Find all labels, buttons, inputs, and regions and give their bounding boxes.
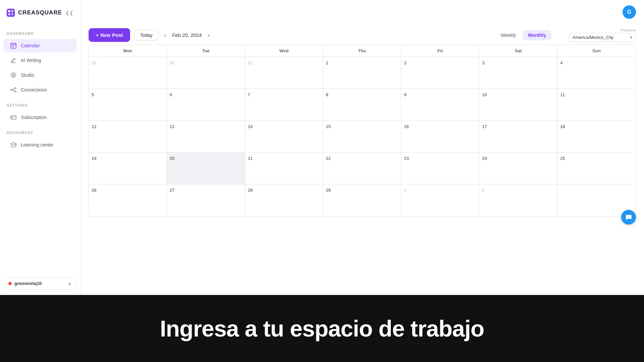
studio-label: Studio [21,72,34,78]
cal-cell-feb3[interactable]: 3 [479,57,557,89]
calendar-week-3: 12 13 14 15 16 17 18 [89,121,636,153]
user-avatar-button[interactable]: G [623,5,636,19]
cal-cell-feb14[interactable]: 14 [245,121,323,153]
cal-cell-feb21[interactable]: 21 [245,153,323,184]
svg-rect-7 [13,46,14,46]
cal-cell-feb8[interactable]: 8 [323,89,401,121]
svg-point-13 [13,75,14,75]
prev-button[interactable]: ‹ [162,31,168,40]
studio-icon [10,72,17,78]
user-status-dot [8,282,12,285]
sidebar-item-connections[interactable]: Connections [3,83,77,97]
svg-rect-6 [12,46,12,46]
svg-point-15 [15,87,16,89]
svg-rect-17 [11,116,16,119]
cal-cell-feb27[interactable]: 27 [167,184,245,216]
svg-rect-4 [11,13,13,15]
cal-cell-feb13[interactable]: 13 [167,121,245,153]
svg-rect-18 [11,118,13,118]
svg-rect-1 [8,10,10,12]
cal-cell-feb1[interactable]: 1 [323,57,401,89]
calendar-header: Mon Tue Wed Thu Fri Sat Sun [89,45,636,57]
cal-cell-feb5[interactable]: 5 [89,89,167,121]
main-content: G + New Post Today ‹ Feb 20, 2024 › Week… [80,0,644,295]
settings-section-label: SETTINGS [0,97,80,110]
header-mon: Mon [89,45,167,57]
timezone-select-container: America/Mexico_City America/New_York Ame… [569,33,636,42]
cal-cell-mar1[interactable]: 1 [401,184,479,216]
calendar-label: Calendar [21,43,40,48]
sidebar-bottom: grooveshq10 ▲ [0,272,80,295]
chat-fab-button[interactable] [621,210,636,225]
sidebar-logo: CREASQUARE ❮❮ [0,0,80,25]
cal-cell-jan31[interactable]: 31 [245,57,323,89]
cal-cell-feb29[interactable]: 29 [323,184,401,216]
sidebar-item-learning-center[interactable]: Learning center [3,138,77,152]
sidebar-item-calendar[interactable]: Calendar [3,39,77,52]
subtitle-text: Ingresa a tu espacio de trabajo [160,315,484,342]
app-name: CREASQUARE [18,9,62,16]
connections-label: Connections [21,87,47,93]
cal-cell-feb15[interactable]: 15 [323,121,401,153]
header-sat: Sat [479,45,557,57]
calendar-grid: Mon Tue Wed Thu Fri Sat Sun 29 30 31 1 2… [89,45,636,217]
svg-rect-0 [7,9,15,17]
calendar-week-5: 26 27 28 29 1 2 [89,184,636,216]
user-chip[interactable]: grooveshq10 ▲ [3,277,77,290]
cal-cell-feb19[interactable]: 19 [89,153,167,184]
cal-cell-feb7[interactable]: 7 [245,89,323,121]
ai-writing-label: AI Writing [21,58,41,63]
learning-center-label: Learning center [21,142,53,147]
cal-cell-feb24[interactable]: 24 [479,153,557,184]
next-button[interactable]: › [206,31,212,40]
date-label: Feb 20, 2024 [172,32,202,38]
cal-cell-feb17[interactable]: 17 [479,121,557,153]
header-fri: Fri [401,45,479,57]
cal-cell-feb10[interactable]: 10 [479,89,557,121]
cal-cell-feb23[interactable]: 23 [401,153,479,184]
monthly-view-button[interactable]: Monthly [523,30,551,40]
today-button[interactable]: Today [134,30,158,41]
subscription-label: Subscription [21,115,47,120]
dashboard-section-label: DASHBOARD [0,25,80,38]
cal-cell-jan30[interactable]: 30 [167,57,245,89]
cal-cell-feb4[interactable]: 4 [557,57,636,89]
cal-cell-feb16[interactable]: 16 [401,121,479,153]
sidebar-item-ai-writing[interactable]: AI Writing [3,54,77,67]
ai-writing-icon [10,57,17,64]
cal-cell-feb25[interactable]: 25 [557,153,636,184]
header-wed: Wed [245,45,323,57]
sidebar-collapse-button[interactable]: ❮❮ [65,10,73,15]
timezone-label: Timezone [620,28,636,32]
cal-cell-feb22[interactable]: 22 [323,153,401,184]
cal-cell-feb18[interactable]: 18 [557,121,636,153]
new-post-button[interactable]: + New Post [89,28,130,42]
header-tue: Tue [167,45,245,57]
timezone-select[interactable]: America/Mexico_City America/New_York Ame… [569,33,636,42]
cal-cell-jan29[interactable]: 29 [89,57,167,89]
calendar-week-4: 19 20 21 22 23 24 25 [89,153,636,184]
cal-cell-feb6[interactable]: 6 [167,89,245,121]
calendar-toolbar: + New Post Today ‹ Feb 20, 2024 › Weekly… [80,24,644,45]
header-thu: Thu [323,45,401,57]
weekly-view-button[interactable]: Weekly [495,30,522,40]
cal-cell-feb11[interactable]: 11 [557,89,636,121]
header-sun: Sun [557,45,636,57]
sidebar-item-studio[interactable]: Studio [3,68,77,82]
calendar-week-1: 29 30 31 1 2 3 4 [89,57,636,89]
sidebar-item-subscription[interactable]: Subscription [3,111,77,124]
view-toggle: Weekly Monthly [495,30,551,40]
svg-rect-3 [8,13,10,15]
user-name: grooveshq10 [14,281,42,286]
cal-cell-mar2[interactable]: 2 [479,184,557,216]
cal-cell-feb26[interactable]: 26 [89,184,167,216]
cal-cell-feb20[interactable]: 20 [167,153,245,184]
cal-cell-feb9[interactable]: 9 [401,89,479,121]
svg-rect-9 [12,47,12,47]
cal-cell-feb12[interactable]: 12 [89,121,167,153]
cal-cell-feb2[interactable]: 2 [401,57,479,89]
cal-cell-feb28[interactable]: 28 [245,184,323,216]
resources-section-label: RESOURCES [0,125,80,137]
top-bar: G [80,0,644,24]
svg-rect-2 [11,10,13,12]
